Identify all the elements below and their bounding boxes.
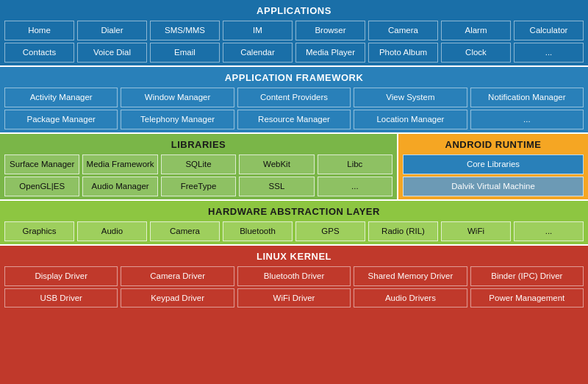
cell-sqlite: SQLite	[161, 154, 236, 174]
cell-home: Home	[4, 21, 74, 40]
cell-bluetooth: Bluetooth	[223, 221, 293, 241]
cell-activity-manager: Activity Manager	[4, 88, 118, 107]
cell----: ...	[514, 43, 584, 63]
linux-kernel-row1: Display DriverCamera DriverBluetooth Dri…	[4, 266, 584, 286]
cell-media-framework: Media Framework	[82, 154, 157, 174]
cell-notification-manager: Notification Manager	[470, 88, 584, 107]
cell-libc: Libc	[318, 154, 392, 174]
android-runtime-section: ANDROID RUNTIME Core Libraries Dalvik Vi…	[398, 134, 588, 199]
cell-radio--ril-: Radio (RIL)	[368, 221, 438, 241]
cell-display-driver: Display Driver	[4, 266, 118, 286]
core-libraries-cell: Core Libraries	[403, 154, 584, 174]
linux-kernel-title: LINUX KERNEL	[4, 249, 584, 264]
middle-section: LIBRARIES Surface ManagerMedia Framework…	[0, 134, 588, 199]
app-framework-row1: Activity ManagerWindow ManagerContent Pr…	[4, 88, 584, 107]
cell-sms-mms: SMS/MMS	[150, 21, 220, 40]
cell-email: Email	[150, 43, 220, 63]
cell-power-management: Power Management	[470, 288, 584, 308]
cell-resource-manager: Resource Manager	[237, 110, 351, 129]
cell-camera: Camera	[368, 21, 438, 40]
cell-freetype: FreeType	[161, 177, 236, 196]
libraries-title: LIBRARIES	[4, 137, 392, 152]
cell-wifi-driver: WiFi Driver	[237, 288, 351, 308]
cell-im: IM	[223, 21, 293, 40]
cell-camera: Camera	[150, 221, 220, 241]
cell-graphics: Graphics	[4, 221, 74, 241]
libraries-row2: OpenGL|ESAudio ManagerFreeTypeSSL...	[4, 177, 392, 196]
cell-camera-driver: Camera Driver	[121, 266, 234, 286]
linux-kernel-row2: USB DriverKeypad DriverWiFi DriverAudio …	[4, 288, 584, 308]
cell-dialer: Dialer	[77, 21, 147, 40]
cell-view-system: View System	[354, 88, 467, 107]
cell-photo-album: Photo Album	[368, 43, 438, 63]
applications-title: APPLICATIONS	[4, 3, 584, 18]
cell-calculator: Calculator	[514, 21, 584, 40]
hal-row1: GraphicsAudioCameraBluetoothGPSRadio (RI…	[4, 221, 584, 241]
android-runtime-title: ANDROID RUNTIME	[403, 137, 584, 152]
hal-section: HARDWARE ABSTRACTION LAYER GraphicsAudio…	[0, 201, 588, 244]
cell-shared-memory-driver: Shared Memory Driver	[354, 266, 467, 286]
libraries-row1: Surface ManagerMedia FrameworkSQLiteWebK…	[4, 154, 392, 174]
cell-voice-dial: Voice Dial	[77, 43, 147, 63]
cell----: ...	[318, 177, 392, 196]
cell-audio-drivers: Audio Drivers	[354, 288, 467, 308]
cell-telephony-manager: Telephony Manager	[121, 110, 234, 129]
cell-package-manager: Package Manager	[4, 110, 118, 129]
cell-calendar: Calendar	[223, 43, 293, 63]
hal-title: HARDWARE ABSTRACTION LAYER	[4, 204, 584, 219]
cell-media-player: Media Player	[295, 43, 365, 63]
cell-browser: Browser	[295, 21, 365, 40]
cell----: ...	[514, 221, 584, 241]
cell-audio-manager: Audio Manager	[82, 177, 157, 196]
cell-content-providers: Content Providers	[237, 88, 351, 107]
libraries-section: LIBRARIES Surface ManagerMedia Framework…	[0, 134, 397, 199]
cell-window-manager: Window Manager	[121, 88, 234, 107]
dalvik-cell: Dalvik Virtual Machine	[403, 177, 584, 196]
app-framework-row2: Package ManagerTelephony ManagerResource…	[4, 110, 584, 129]
cell-bluetooth-driver: Bluetooth Driver	[237, 266, 351, 286]
applications-row2: ContactsVoice DialEmailCalendarMedia Pla…	[4, 43, 584, 63]
cell-location-manager: Location Manager	[354, 110, 467, 129]
cell-contacts: Contacts	[4, 43, 74, 63]
applications-row1: HomeDialerSMS/MMSIMBrowserCameraAlarmCal…	[4, 21, 584, 40]
linux-kernel-section: LINUX KERNEL Display DriverCamera Driver…	[0, 246, 588, 384]
app-framework-section: APPLICATION FRAMEWORK Activity ManagerWi…	[0, 67, 588, 132]
cell-usb-driver: USB Driver	[4, 288, 118, 308]
cell-clock: Clock	[441, 43, 511, 63]
applications-section: APPLICATIONS HomeDialerSMS/MMSIMBrowserC…	[0, 0, 588, 65]
cell-wifi: WiFi	[441, 221, 511, 241]
cell-gps: GPS	[295, 221, 365, 241]
cell-alarm: Alarm	[441, 21, 511, 40]
app-framework-title: APPLICATION FRAMEWORK	[4, 70, 584, 85]
cell-opengl-es: OpenGL|ES	[4, 177, 79, 196]
cell----: ...	[470, 110, 584, 129]
cell-webkit: WebKit	[239, 154, 314, 174]
cell-ssl: SSL	[239, 177, 314, 196]
architecture-diagram: APPLICATIONS HomeDialerSMS/MMSIMBrowserC…	[0, 0, 588, 384]
cell-surface-manager: Surface Manager	[4, 154, 79, 174]
cell-audio: Audio	[77, 221, 147, 241]
cell-keypad-driver: Keypad Driver	[121, 288, 234, 308]
cell-binder--ipc--driver: Binder (IPC) Driver	[470, 266, 584, 286]
